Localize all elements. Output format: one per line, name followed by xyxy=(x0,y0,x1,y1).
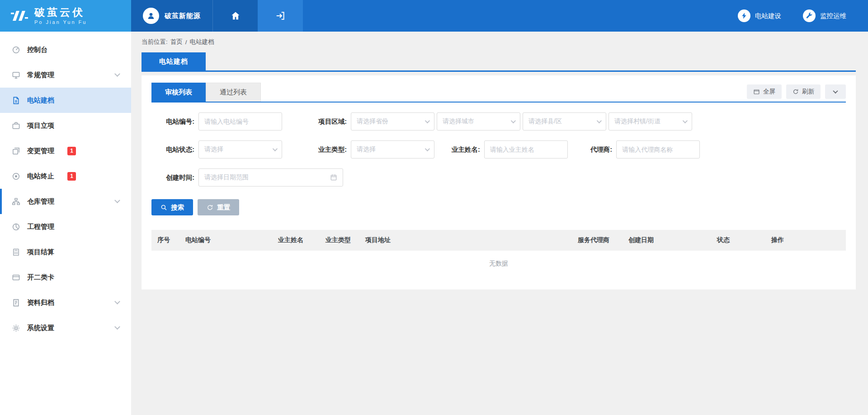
nav-monitor-ops[interactable]: 监控运维 xyxy=(803,9,846,22)
sidebar-item-data-archive[interactable]: 资料归档 xyxy=(0,290,131,315)
content-card: 审核列表 通过列表 全屏 刷新 xyxy=(142,75,856,289)
collapse-button[interactable] xyxy=(825,84,846,99)
region-label: 项目区域: xyxy=(304,117,347,126)
sidebar-item-label: 项目结算 xyxy=(27,248,54,256)
chevron-down-icon xyxy=(114,324,120,330)
chevron-down-icon xyxy=(511,118,516,123)
refresh-button[interactable]: 刷新 xyxy=(786,84,821,99)
sidebar-item-station-archive[interactable]: 电站建档 xyxy=(0,88,131,113)
sidebar-item-general-mgmt[interactable]: 常规管理 xyxy=(0,62,131,88)
breadcrumb-separator: / xyxy=(185,39,187,46)
app-logo: 破茧云伏 Po Jian Yun Fu xyxy=(0,0,131,32)
user-avatar[interactable] xyxy=(143,8,159,24)
agent-input[interactable] xyxy=(616,140,700,159)
col-station-no: 电站编号 xyxy=(179,236,272,244)
sidebar-item-engineering-mgmt[interactable]: 工程管理 xyxy=(0,214,131,239)
logo-icon xyxy=(10,8,29,23)
sidebar-item-label: 工程管理 xyxy=(27,223,54,231)
chevron-down-icon xyxy=(425,118,430,123)
sidebar-item-label: 开二类卡 xyxy=(27,273,54,282)
created-time-label: 创建时间: xyxy=(151,173,194,182)
card-tab-bar: 审核列表 通过列表 全屏 刷新 xyxy=(151,83,846,103)
col-project-address: 项目地址 xyxy=(359,236,572,244)
sidebar-item-station-terminate[interactable]: 电站终止 1 xyxy=(0,163,131,189)
nav-station-build-label: 电站建设 xyxy=(755,12,781,20)
calendar-icon xyxy=(330,174,337,181)
owner-type-select[interactable]: 请选择 xyxy=(351,140,434,159)
province-select[interactable]: 请选择省份 xyxy=(351,112,434,131)
exit-icon xyxy=(275,11,285,21)
calculator-icon xyxy=(12,248,20,256)
chevron-down-icon xyxy=(273,146,278,151)
reset-button[interactable]: 重置 xyxy=(198,199,239,215)
sidebar-item-system-settings[interactable]: 系统设置 xyxy=(0,315,131,340)
bolt-icon xyxy=(738,9,750,22)
owner-type-label: 业主类型: xyxy=(304,145,347,154)
col-service-agent: 服务代理商 xyxy=(572,236,623,244)
date-range-picker[interactable]: 请选择日期范围 xyxy=(198,168,343,187)
col-actions: 操作 xyxy=(765,236,846,244)
chevron-down-icon xyxy=(114,197,120,203)
fullscreen-icon xyxy=(753,89,760,95)
monitor-icon xyxy=(12,71,20,79)
nav-station-build[interactable]: 电站建设 xyxy=(738,9,781,22)
sidebar-item-label: 资料归档 xyxy=(27,298,54,307)
archive-icon xyxy=(12,298,20,307)
fullscreen-button[interactable]: 全屏 xyxy=(747,84,782,99)
sidebar-item-label: 变更管理 xyxy=(27,147,54,155)
dashboard-icon xyxy=(12,46,20,54)
sidebar-item-project-setup[interactable]: 项目立项 xyxy=(0,113,131,138)
company-section[interactable]: 破茧新能源 xyxy=(131,0,212,32)
owner-name-input[interactable] xyxy=(484,140,568,159)
station-no-label: 电站编号: xyxy=(151,117,194,126)
notification-badge: 1 xyxy=(67,172,76,181)
breadcrumb: 当前位置: 首页 / 电站建档 xyxy=(142,32,856,52)
sidebar-item-project-settlement[interactable]: 项目结算 xyxy=(0,239,131,265)
station-no-input[interactable] xyxy=(198,112,282,131)
town-select[interactable]: 请选择村镇/街道 xyxy=(609,112,692,131)
copy-icon xyxy=(12,147,20,155)
logout-button[interactable] xyxy=(258,0,303,32)
chevron-down-icon xyxy=(683,118,688,123)
sidebar-item-console[interactable]: 控制台 xyxy=(0,37,131,62)
search-icon xyxy=(160,204,167,211)
sidebar-item-open-card[interactable]: 开二类卡 xyxy=(0,265,131,290)
breadcrumb-home-link[interactable]: 首页 xyxy=(170,38,183,46)
person-icon xyxy=(146,11,156,20)
refresh-icon xyxy=(793,89,799,95)
city-select[interactable]: 请选择城市 xyxy=(437,112,520,131)
col-owner-name: 业主姓名 xyxy=(272,236,320,244)
sidebar-item-warehouse-mgmt[interactable]: 仓库管理 xyxy=(0,189,131,214)
tab-station-archive[interactable]: 电站建档 xyxy=(142,52,206,70)
search-button[interactable]: 搜索 xyxy=(151,199,193,215)
chevron-down-icon xyxy=(114,298,120,304)
notification-badge: 1 xyxy=(67,147,76,155)
wrench-icon xyxy=(803,9,816,22)
top-header: 破茧云伏 Po Jian Yun Fu 破茧新能源 电站建设 监控运维 xyxy=(0,0,868,32)
home-icon xyxy=(231,11,241,21)
sitemap-icon xyxy=(12,197,20,206)
logo-subtitle: Po Jian Yun Fu xyxy=(34,19,87,25)
page-tab-bar: 电站建档 xyxy=(142,52,856,72)
sidebar-item-label: 系统设置 xyxy=(27,324,54,332)
results-table: 序号 电站编号 业主姓名 业主类型 项目地址 服务代理商 创建日期 状态 操作 … xyxy=(151,230,846,277)
chevron-down-icon xyxy=(833,89,838,93)
station-status-select[interactable]: 请选择 xyxy=(198,140,282,159)
owner-name-label: 业主姓名: xyxy=(452,145,480,154)
company-name: 破茧新能源 xyxy=(165,12,201,20)
sidebar-item-change-mgmt[interactable]: 变更管理 1 xyxy=(0,138,131,163)
tab-review-list[interactable]: 审核列表 xyxy=(151,83,206,102)
tab-passed-list[interactable]: 通过列表 xyxy=(206,83,261,102)
home-button[interactable] xyxy=(212,0,258,32)
chevron-down-icon xyxy=(425,146,430,151)
sidebar-item-label: 项目立项 xyxy=(27,121,54,130)
county-select[interactable]: 请选择县/区 xyxy=(523,112,606,131)
sidebar-item-label: 电站建档 xyxy=(27,96,54,105)
col-create-date: 创建日期 xyxy=(623,236,711,244)
briefcase-icon xyxy=(12,121,20,130)
reset-icon xyxy=(207,204,213,211)
agent-label: 代理商: xyxy=(590,145,612,154)
station-status-label: 电站状态: xyxy=(151,145,194,154)
gear-icon xyxy=(12,324,20,332)
terminate-icon xyxy=(12,172,20,181)
